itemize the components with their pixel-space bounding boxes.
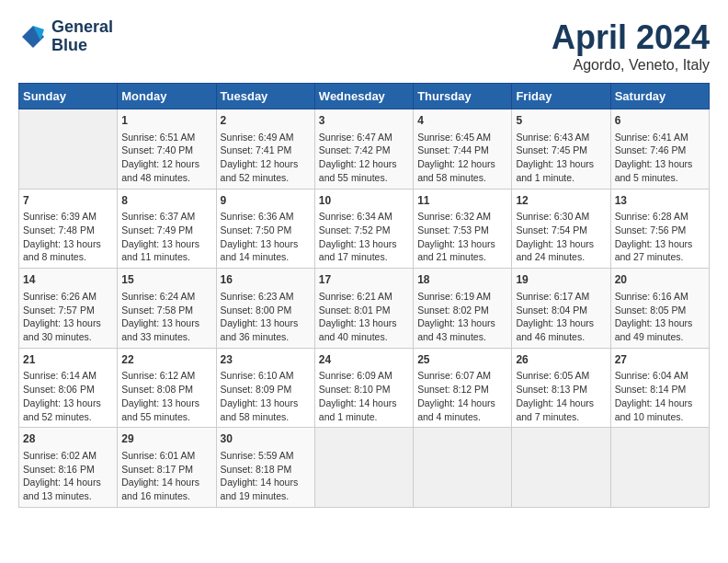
day-number: 26 — [516, 352, 606, 368]
calendar-cell: 24Sunrise: 6:09 AMSunset: 8:10 PMDayligh… — [314, 348, 413, 428]
calendar-cell: 8Sunrise: 6:37 AMSunset: 7:49 PMDaylight… — [118, 189, 216, 269]
calendar-day-header: Sunday — [19, 84, 118, 109]
calendar-day-header: Thursday — [414, 84, 512, 109]
day-number: 13 — [615, 193, 705, 209]
day-number: 29 — [121, 431, 211, 447]
logo-text: General Blue — [51, 18, 113, 55]
day-number: 11 — [417, 193, 507, 209]
day-number: 16 — [221, 272, 311, 288]
calendar-cell: 15Sunrise: 6:24 AMSunset: 7:58 PMDayligh… — [118, 269, 216, 349]
calendar-cell: 25Sunrise: 6:07 AMSunset: 8:12 PMDayligh… — [414, 348, 512, 428]
calendar-cell: 17Sunrise: 6:21 AMSunset: 8:01 PMDayligh… — [314, 269, 413, 349]
calendar-cell: 14Sunrise: 6:26 AMSunset: 7:57 PMDayligh… — [19, 269, 118, 349]
calendar-week-row: 1Sunrise: 6:51 AMSunset: 7:40 PMDaylight… — [19, 109, 710, 190]
calendar-cell — [314, 428, 413, 508]
calendar-week-row: 7Sunrise: 6:39 AMSunset: 7:48 PMDaylight… — [19, 189, 710, 269]
day-number: 28 — [23, 431, 113, 447]
day-number: 20 — [615, 272, 705, 288]
calendar-week-row: 28Sunrise: 6:02 AMSunset: 8:16 PMDayligh… — [19, 428, 710, 508]
day-number: 6 — [615, 113, 705, 129]
calendar-table: SundayMondayTuesdayWednesdayThursdayFrid… — [18, 83, 710, 508]
day-number: 15 — [121, 272, 211, 288]
day-number: 10 — [319, 193, 409, 209]
calendar-cell: 6Sunrise: 6:41 AMSunset: 7:46 PMDaylight… — [610, 109, 709, 190]
calendar-cell: 12Sunrise: 6:30 AMSunset: 7:54 PMDayligh… — [512, 189, 610, 269]
calendar-cell: 9Sunrise: 6:36 AMSunset: 7:50 PMDaylight… — [216, 189, 314, 269]
calendar-cell: 1Sunrise: 6:51 AMSunset: 7:40 PMDaylight… — [118, 109, 216, 190]
calendar-week-row: 14Sunrise: 6:26 AMSunset: 7:57 PMDayligh… — [19, 269, 710, 349]
day-number: 5 — [516, 113, 606, 129]
day-number: 27 — [615, 352, 705, 368]
calendar-cell: 26Sunrise: 6:05 AMSunset: 8:13 PMDayligh… — [512, 348, 610, 428]
title-block: April 2024 Agordo, Veneto, Italy — [552, 18, 710, 74]
calendar-cell: 3Sunrise: 6:47 AMSunset: 7:42 PMDaylight… — [314, 109, 413, 190]
day-number: 18 — [417, 272, 507, 288]
calendar-cell: 23Sunrise: 6:10 AMSunset: 8:09 PMDayligh… — [216, 348, 314, 428]
calendar-day-header: Friday — [512, 84, 610, 109]
calendar-cell: 19Sunrise: 6:17 AMSunset: 8:04 PMDayligh… — [512, 269, 610, 349]
calendar-day-header: Tuesday — [216, 84, 314, 109]
calendar-cell — [19, 109, 118, 190]
subtitle: Agordo, Veneto, Italy — [552, 57, 710, 74]
calendar-cell — [610, 428, 709, 508]
calendar-cell: 29Sunrise: 6:01 AMSunset: 8:17 PMDayligh… — [118, 428, 216, 508]
day-number: 17 — [319, 272, 409, 288]
logo: General Blue — [18, 18, 113, 55]
page-header: General Blue April 2024 Agordo, Veneto, … — [18, 18, 710, 74]
calendar-cell — [414, 428, 512, 508]
day-number: 21 — [23, 352, 113, 368]
calendar-cell — [512, 428, 610, 508]
calendar-cell: 28Sunrise: 6:02 AMSunset: 8:16 PMDayligh… — [19, 428, 118, 508]
calendar-cell: 11Sunrise: 6:32 AMSunset: 7:53 PMDayligh… — [414, 189, 512, 269]
calendar-cell: 2Sunrise: 6:49 AMSunset: 7:41 PMDaylight… — [216, 109, 314, 190]
day-number: 12 — [516, 193, 606, 209]
calendar-header-row: SundayMondayTuesdayWednesdayThursdayFrid… — [19, 84, 710, 109]
day-number: 24 — [319, 352, 409, 368]
calendar-day-header: Saturday — [610, 84, 709, 109]
day-number: 9 — [221, 193, 311, 209]
calendar-cell: 10Sunrise: 6:34 AMSunset: 7:52 PMDayligh… — [314, 189, 413, 269]
calendar-cell: 18Sunrise: 6:19 AMSunset: 8:02 PMDayligh… — [414, 269, 512, 349]
day-number: 22 — [121, 352, 211, 368]
day-number: 3 — [319, 113, 409, 129]
calendar-day-header: Monday — [118, 84, 216, 109]
day-number: 19 — [516, 272, 606, 288]
calendar-cell: 16Sunrise: 6:23 AMSunset: 8:00 PMDayligh… — [216, 269, 314, 349]
calendar-cell: 20Sunrise: 6:16 AMSunset: 8:05 PMDayligh… — [610, 269, 709, 349]
day-number: 4 — [417, 113, 507, 129]
logo-icon — [18, 22, 48, 52]
day-number: 14 — [23, 272, 113, 288]
calendar-cell: 21Sunrise: 6:14 AMSunset: 8:06 PMDayligh… — [19, 348, 118, 428]
calendar-cell: 27Sunrise: 6:04 AMSunset: 8:14 PMDayligh… — [610, 348, 709, 428]
day-number: 2 — [221, 113, 311, 129]
day-number: 1 — [121, 113, 211, 129]
day-number: 23 — [221, 352, 311, 368]
calendar-week-row: 21Sunrise: 6:14 AMSunset: 8:06 PMDayligh… — [19, 348, 710, 428]
calendar-cell: 22Sunrise: 6:12 AMSunset: 8:08 PMDayligh… — [118, 348, 216, 428]
day-number: 30 — [221, 431, 311, 447]
calendar-cell: 4Sunrise: 6:45 AMSunset: 7:44 PMDaylight… — [414, 109, 512, 190]
calendar-cell: 5Sunrise: 6:43 AMSunset: 7:45 PMDaylight… — [512, 109, 610, 190]
day-number: 7 — [23, 193, 113, 209]
calendar-cell: 30Sunrise: 5:59 AMSunset: 8:18 PMDayligh… — [216, 428, 314, 508]
calendar-cell: 13Sunrise: 6:28 AMSunset: 7:56 PMDayligh… — [610, 189, 709, 269]
main-title: April 2024 — [552, 18, 710, 57]
calendar-cell: 7Sunrise: 6:39 AMSunset: 7:48 PMDaylight… — [19, 189, 118, 269]
calendar-day-header: Wednesday — [314, 84, 413, 109]
day-number: 25 — [417, 352, 507, 368]
day-number: 8 — [121, 193, 211, 209]
